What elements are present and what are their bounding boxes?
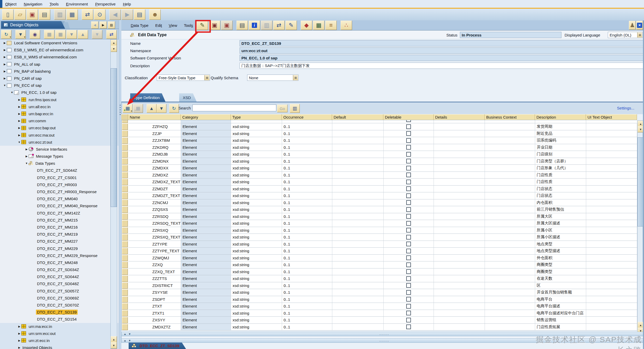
checkbox-unchecked-icon[interactable] <box>406 124 411 129</box>
expander-closed-icon[interactable]: ▶ <box>3 41 7 44</box>
refresh-button[interactable]: ↻ <box>169 104 179 113</box>
menu-item-object[interactable]: Object <box>5 2 16 6</box>
deletable-cell[interactable] <box>384 234 434 241</box>
bottom-object-tab[interactable]: DTO_ECC_ZT_SD139 <box>129 342 186 349</box>
column-header-business-context[interactable]: Business Context <box>485 114 535 120</box>
checkbox-unchecked-icon[interactable] <box>406 173 411 177</box>
tree-item-esb-i-wms-ec-of-winnermedical-com[interactable]: ▶ESB_I_WMS_EC of winnermedical.com <box>0 46 119 53</box>
deletable-cell[interactable] <box>384 130 434 137</box>
copy-button[interactable]: ▣ <box>221 21 233 30</box>
menu-item-navigation[interactable]: Navigation <box>24 2 42 6</box>
deletable-cell[interactable] <box>384 186 434 193</box>
column-header-description[interactable]: Description <box>535 114 586 120</box>
tree-item-local-software-component-versions[interactable]: ▶Local Software Component Versions <box>0 39 119 46</box>
tree-item-dto-ecc-zt-mm227[interactable]: DTO_ECC_ZT_MM227 <box>0 238 119 245</box>
choose-columns-button[interactable]: ▥ <box>290 104 300 113</box>
tree-item-pn-ecc-of-sap[interactable]: ▼PN_ECC of sap <box>0 82 119 89</box>
deletable-cell[interactable] <box>384 241 434 248</box>
splitter-grip[interactable]: ····· <box>379 339 389 343</box>
move-up-button[interactable]: ▲ <box>147 104 157 113</box>
row-selector[interactable] <box>122 158 128 165</box>
tab-list-button[interactable]: ▤ <box>108 21 115 29</box>
tree-item-dto-ecc-zt-sd057z[interactable]: DTO_ECC_ZT_SD057Z <box>0 287 119 295</box>
tree-item-dto-ecc-zt-hr003[interactable]: DTO_ECC_ZT_HR003 <box>0 181 119 188</box>
tab-xsd[interactable]: XSD <box>179 93 197 102</box>
row-selector[interactable] <box>122 289 128 296</box>
tree-item-run-fms-ipos-out[interactable]: ▶run:fms:ipos:out <box>0 96 119 103</box>
row-selector[interactable] <box>122 283 128 289</box>
dropdown-icon[interactable]: ▤ <box>204 75 209 80</box>
row-selector[interactable] <box>122 227 128 234</box>
checkbox-unchecked-icon[interactable] <box>406 269 411 274</box>
tree-item-dto-ecc-zt-hr003-response[interactable]: DTO_ECC_ZT_HR003_Response <box>0 188 119 195</box>
deletable-cell[interactable] <box>384 303 434 310</box>
checkbox-unchecked-icon[interactable] <box>406 131 411 136</box>
filter-button[interactable]: ▼▾ <box>15 30 26 39</box>
tree-item-urn-zt-ecc-in[interactable]: ▶urn:zt:ecc:in <box>0 337 119 344</box>
deletable-cell[interactable] <box>384 261 434 268</box>
deletable-cell[interactable] <box>384 317 434 324</box>
menu-item-view[interactable]: View <box>169 23 177 28</box>
checkbox-unchecked-icon[interactable] <box>406 262 411 267</box>
swap-button[interactable]: ⇄ <box>106 30 117 39</box>
row-selector[interactable] <box>122 120 128 123</box>
splitter-down-icon[interactable]: ▼ <box>128 333 131 335</box>
table-view-button[interactable]: ▦ <box>313 21 324 30</box>
checkbox-unchecked-icon[interactable] <box>406 207 411 212</box>
expander-closed-icon[interactable]: ▶ <box>17 98 21 101</box>
script-button[interactable]: ≡ <box>325 21 337 30</box>
checkbox-unchecked-icon[interactable] <box>406 214 411 219</box>
expander-closed-icon[interactable]: ▶ <box>3 70 7 73</box>
deletable-cell[interactable] <box>384 220 434 227</box>
deletable-cell[interactable] <box>384 123 434 130</box>
row-selector[interactable] <box>122 186 128 192</box>
row-selector[interactable] <box>122 324 128 330</box>
column-header-ui-text-object[interactable]: UI Text Object <box>586 114 637 120</box>
row-selector[interactable] <box>122 255 128 261</box>
tree-item-message-types[interactable]: ▶Message Types <box>0 153 119 160</box>
open-button[interactable]: ▱ <box>14 9 26 20</box>
tree-item-dto-ecc-zt-mm040-response[interactable]: DTO_ECC_ZT_MM040_Response <box>0 202 119 209</box>
collapse-all-button[interactable]: ▼ <box>66 30 77 39</box>
test-button[interactable]: ◆ <box>301 21 312 30</box>
scroll-up-icon[interactable]: ▲ <box>111 40 117 46</box>
column-header-occurrence[interactable]: Occurrence <box>282 114 332 120</box>
object-button[interactable]: ♟ <box>629 21 636 30</box>
checkbox-unchecked-icon[interactable] <box>406 249 411 253</box>
tree-item-urn-bap-ecc-in[interactable]: ▶urn:bap:ecc:in <box>0 110 119 117</box>
menu-item-environment[interactable]: Environment <box>66 2 88 6</box>
expander-closed-icon[interactable]: ▶ <box>3 56 7 58</box>
deletable-cell[interactable] <box>384 282 434 289</box>
expander-closed-icon[interactable]: ▶ <box>17 346 21 349</box>
displayed-language-select[interactable]: English (OL) ▤ <box>608 32 643 38</box>
tree-item-dto-ecc-zt-mm229-response[interactable]: DTO_ECC_ZT_MM229_Response <box>0 252 119 259</box>
checkbox-unchecked-icon[interactable] <box>406 304 411 309</box>
checkbox-unchecked-icon[interactable] <box>406 193 411 198</box>
deletable-cell[interactable] <box>384 144 434 151</box>
back-button[interactable]: ◀ <box>109 9 121 20</box>
row-selector[interactable] <box>122 248 128 254</box>
worklist-button[interactable]: ▤ <box>134 9 145 20</box>
delete-row-button[interactable]: ▦− <box>133 104 143 113</box>
expander-closed-icon[interactable]: ▶ <box>24 155 29 158</box>
deletable-cell[interactable] <box>384 120 434 123</box>
tree-item-dto-ecc-zt-sd048z[interactable]: DTO_ECC_ZT_SD048Z <box>0 280 119 287</box>
deletable-cell[interactable] <box>384 324 434 331</box>
tree-item-dto-ecc-zt-mm216[interactable]: DTO_ECC_ZT_MM216 <box>0 224 119 231</box>
checkbox-unchecked-icon[interactable] <box>406 145 411 150</box>
search-help-button[interactable]: ⊙ <box>94 9 105 20</box>
expander-closed-icon[interactable]: ▶ <box>3 63 7 66</box>
tab-scroll-left-button[interactable]: ◀ <box>91 21 98 29</box>
row-selector[interactable] <box>122 165 128 172</box>
forward-button[interactable]: ▶ <box>122 9 133 20</box>
refresh-button[interactable]: ↻▾ <box>1 30 11 39</box>
tree-item-service-interfaces[interactable]: ▶Service Interfaces <box>0 146 119 153</box>
expander-closed-icon[interactable]: ▶ <box>17 112 21 115</box>
row-selector[interactable] <box>122 179 128 185</box>
tree-item-dto-ecc-zt-mm219[interactable]: DTO_ECC_ZT_MM219 <box>0 231 119 238</box>
info-button[interactable]: i <box>249 21 260 30</box>
deletable-cell[interactable] <box>384 255 434 262</box>
tab-scroll-right-button[interactable]: ▶ <box>99 21 107 29</box>
checkbox-unchecked-icon[interactable] <box>406 235 411 240</box>
scroll-up-icon[interactable]: ▲ <box>111 336 117 342</box>
